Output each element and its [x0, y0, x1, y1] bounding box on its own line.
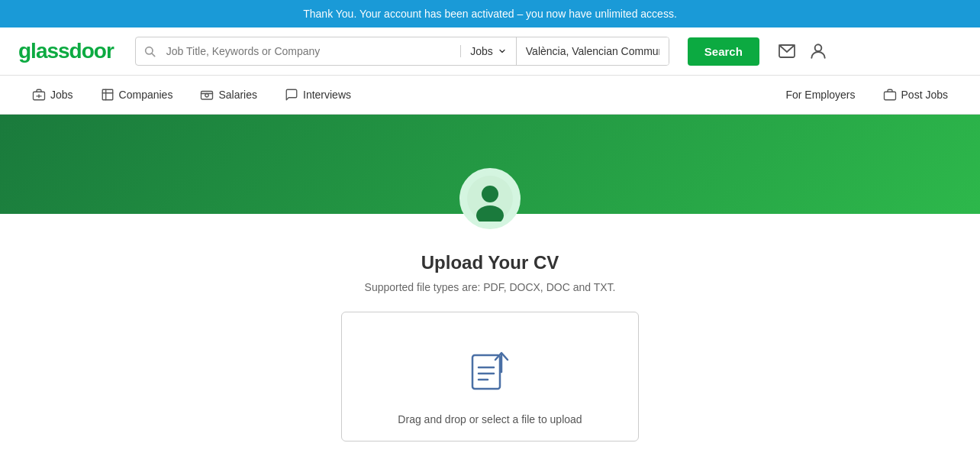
- main-content: Upload Your CV Supported file types are:…: [0, 115, 980, 442]
- main-nav: Jobs Companies Salaries Interviews: [0, 76, 980, 115]
- search-button[interactable]: Search: [688, 37, 759, 66]
- upload-section: Upload Your CV Supported file types are:…: [0, 252, 980, 442]
- nav-interviews-label: Interviews: [303, 89, 351, 101]
- interviews-icon: [285, 88, 298, 102]
- upload-subtitle: Supported file types are: PDF, DOCX, DOC…: [365, 281, 616, 293]
- svg-point-15: [482, 186, 498, 202]
- svg-rect-7: [102, 89, 113, 100]
- svg-rect-13: [884, 92, 895, 100]
- notification-banner: Thank You. Your account has been activat…: [0, 0, 980, 27]
- location-input[interactable]: [516, 37, 669, 65]
- header-icons: [778, 41, 828, 61]
- profile-icon-button[interactable]: [808, 41, 828, 61]
- salaries-icon: [200, 88, 214, 102]
- header: glassdoor Jobs Search: [0, 27, 980, 76]
- dropdown-selected: Jobs: [470, 45, 493, 57]
- upload-title: Upload Your CV: [421, 252, 559, 273]
- nav-companies-label: Companies: [119, 89, 173, 101]
- svg-point-3: [815, 44, 822, 51]
- companies-icon: [101, 88, 114, 102]
- nav-left: Jobs Companies Salaries Interviews: [18, 76, 772, 114]
- nav-jobs-label: Jobs: [50, 89, 73, 101]
- jobs-icon: [32, 88, 46, 102]
- nav-interviews[interactable]: Interviews: [271, 76, 365, 114]
- nav-salaries-label: Salaries: [218, 89, 257, 101]
- nav-jobs[interactable]: Jobs: [18, 76, 87, 114]
- profile-banner: [0, 115, 980, 214]
- search-container: Jobs: [135, 37, 669, 66]
- upload-icon: [463, 340, 517, 396]
- jobs-type-dropdown[interactable]: Jobs: [460, 45, 516, 57]
- nav-right: For Employers Post Jobs: [772, 76, 962, 114]
- svg-rect-10: [201, 92, 213, 100]
- avatar: [459, 168, 521, 229]
- messages-icon-button[interactable]: [778, 42, 796, 60]
- search-icon: [136, 45, 163, 57]
- upload-dropzone[interactable]: Drag and drop or select a file to upload: [341, 312, 639, 442]
- svg-point-11: [205, 94, 209, 98]
- nav-post-jobs-label: Post Jobs: [901, 89, 948, 101]
- avatar-icon: [467, 176, 513, 222]
- keyword-search-input[interactable]: [163, 37, 460, 65]
- post-jobs-icon: [883, 88, 897, 102]
- svg-line-1: [152, 53, 155, 57]
- nav-salaries[interactable]: Salaries: [186, 76, 271, 114]
- glassdoor-logo[interactable]: glassdoor: [18, 39, 114, 63]
- nav-companies[interactable]: Companies: [87, 76, 187, 114]
- notification-text: Thank You. Your account has been activat…: [303, 8, 677, 20]
- for-employers-link[interactable]: For Employers: [772, 76, 869, 113]
- dropzone-text: Drag and drop or select a file to upload: [398, 413, 582, 425]
- nav-post-jobs[interactable]: Post Jobs: [869, 76, 962, 114]
